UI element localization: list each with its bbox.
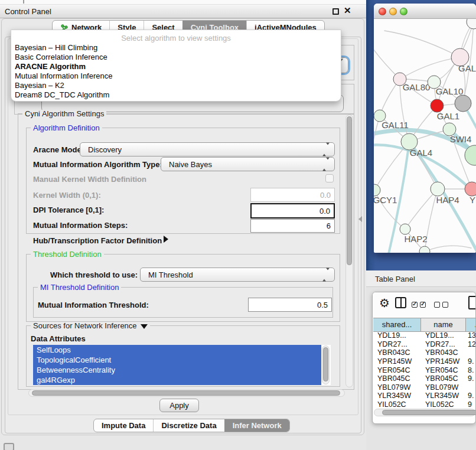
tab-discretize-data[interactable]: Discretize Data [153, 419, 224, 432]
combo-arrows-icon [322, 160, 330, 169]
table-row[interactable]: YER054CYER054C8. [373, 366, 476, 374]
network-node-hap4[interactable] [431, 182, 445, 196]
network-node[interactable] [455, 95, 471, 112]
checked-checkbox-icon[interactable]: ✓ [420, 302, 426, 308]
dropdown-item-bayesian-hill-climbing[interactable]: Bayesian – Hill Climbing [11, 43, 341, 53]
dropdown-item-aracne-algorithm[interactable]: ARACNE Algorithm [11, 62, 341, 71]
table-cell: YBL079W [373, 383, 421, 392]
table-row[interactable]: YLR345WYLR345W9. [373, 392, 476, 400]
dpi-tolerance-label: DPI Tolerance [0,1]: [33, 206, 104, 214]
apply-button[interactable]: Apply [159, 399, 199, 412]
mi-threshold-label: Mutual Information Threshold: [38, 301, 149, 309]
float-panel-icon[interactable] [332, 8, 339, 15]
tab-label: Impute Data [102, 419, 145, 432]
unchecked-checkbox-icon[interactable] [442, 302, 448, 308]
tab-impute-data[interactable]: Impute Data [94, 419, 153, 432]
table-row[interactable]: YBL079WYBL079W [373, 383, 476, 392]
table-cell: 9 [466, 400, 472, 408]
tab-infer-network[interactable]: Infer Network [224, 419, 289, 432]
horizontal-scrollbar[interactable] [28, 389, 345, 397]
attribute-item-selfloops[interactable]: SelfLoops [33, 345, 321, 355]
table-cell: YBR043C [421, 348, 466, 357]
column-header-a[interactable]: A [466, 318, 476, 331]
dropdown-item-basic-correlation-inference[interactable]: Basic Correlation Inference [11, 53, 341, 62]
network-node-y[interactable] [465, 182, 476, 196]
network-node-hap2[interactable] [400, 224, 410, 234]
expand-right-icon[interactable] [164, 236, 168, 243]
network-window-titlebar[interactable] [374, 4, 476, 19]
attributes-scrollbar[interactable] [322, 345, 330, 384]
combo-arrows-icon [322, 270, 330, 279]
table-header-row: shared...nameA [373, 318, 476, 332]
column-header-shared-[interactable]: shared... [373, 318, 421, 331]
hub-definition-label[interactable]: Hub/Transcription Factor Definition [33, 236, 162, 245]
dropdown-item-bayesian-k2[interactable]: Bayesian – K2 [11, 81, 341, 90]
network-edge[interactable] [425, 246, 471, 252]
table-row[interactable]: YPR145WYPR145W9. [373, 357, 476, 366]
network-canvas[interactable]: GALGAL80GAL10GAL1GAL11SWI4GAL4GCY1HAP4YH… [374, 19, 476, 253]
algorithm-definition-label: Algorithm Definition [31, 124, 102, 132]
unchecked-checkbox-icon[interactable] [434, 302, 440, 308]
table-cell: 12 [466, 340, 476, 348]
gear-icon[interactable]: ⚙ [379, 296, 390, 310]
table-row[interactable]: YIL052CYIL052C9 [373, 400, 476, 408]
zoom-traffic-light-icon[interactable] [400, 8, 407, 15]
which-threshold-combo[interactable]: MI Threshold [140, 268, 335, 282]
table-cell: YPR145W [373, 357, 421, 366]
attribute-item-topologicalcoefficient[interactable]: TopologicalCoefficient [33, 355, 321, 365]
mi-threshold-field[interactable]: 0.5 [248, 298, 332, 312]
mini-float-icon[interactable] [4, 443, 14, 450]
dropdown-item-mutual-information-inference[interactable]: Mutual Information Inference [11, 71, 341, 81]
attribute-item-gal4rgexp[interactable]: gal4RGexp [33, 375, 321, 385]
network-node[interactable] [467, 19, 476, 29]
node-label-hap2: HAP2 [404, 234, 427, 244]
panel-collapse-icon[interactable] [358, 216, 362, 222]
mi-threshold-group-label: MI Threshold Definition [38, 283, 121, 291]
network-node-gcy1[interactable] [374, 184, 380, 196]
data-attributes-list: SelfLoopsTopologicalCoefficientBetweenne… [33, 345, 331, 385]
threshold-definition-label: Threshold Definition [31, 250, 104, 258]
table-horizontal-scrollbar[interactable] [374, 409, 475, 416]
attribute-item-betweennesscentrality[interactable]: BetweennessCentrality [33, 365, 321, 375]
sources-group-label[interactable]: Sources for Network Inference [31, 322, 150, 330]
tab-label: Infer Network [233, 419, 282, 432]
column-header-name[interactable]: name [421, 318, 466, 331]
minimize-traffic-light-icon[interactable] [389, 8, 397, 15]
aracne-mode-label: Aracne Mode: [33, 145, 84, 154]
table-cell: YDR27... [373, 340, 421, 348]
network-edge[interactable] [384, 31, 460, 57]
table-row[interactable]: YDR27...YDR27...12 [373, 340, 476, 349]
kernel-width-field[interactable]: 0.0 [250, 188, 335, 202]
network-node-gal1[interactable] [431, 99, 444, 112]
mi-steps-label: Mutual Information Steps: [33, 221, 128, 230]
manual-kernel-checkbox[interactable] [325, 174, 334, 182]
node-label-gal11: GAL11 [382, 120, 409, 130]
dropdown-item-dream8-dc-tdc-algorithm[interactable]: Dream8 DC_TDC Algorithm [11, 90, 341, 100]
bottom-tab-bar: Impute DataDiscretize DataInfer Network [93, 419, 290, 432]
cyni-algorithm-settings-label: Cyni Algorithm Settings [22, 110, 106, 118]
settings-scrollbar[interactable] [345, 115, 353, 387]
table-cell: 8. [466, 366, 474, 374]
close-icon[interactable]: ✕ [344, 5, 351, 16]
table-cell: YER054C [421, 366, 466, 374]
node-label-gal4: GAL4 [410, 148, 432, 158]
dpi-tolerance-field[interactable]: 0.0 [250, 203, 335, 219]
aracne-mode-combo[interactable]: Discovery [80, 142, 335, 156]
table-row[interactable]: YBR045CYBR045C9. [373, 374, 476, 383]
table-row[interactable]: YBR043CYBR043C [373, 348, 476, 357]
export-table-icon[interactable] [468, 296, 476, 309]
table-window[interactable]: ⚙ ✓ ✓ shared...nameA YDL19...YDL19...13Y… [372, 292, 476, 424]
close-traffic-light-icon[interactable] [379, 8, 386, 15]
network-edge[interactable] [374, 116, 380, 164]
table-row[interactable]: YDL19...YDL19...13 [373, 331, 476, 340]
network-view-window[interactable]: GALGAL80GAL10GAL1GAL11SWI4GAL4GCY1HAP4YH… [374, 4, 476, 253]
top-strip [0, 0, 366, 5]
node-label-y: Y [470, 195, 475, 205]
mi-steps-field[interactable]: 6 [250, 219, 335, 233]
dropdown-items: Bayesian – Hill ClimbingBasic Correlatio… [11, 43, 341, 100]
column-layout-icon[interactable] [395, 297, 406, 308]
collapse-down-icon[interactable] [141, 324, 148, 329]
checked-checkbox-icon[interactable]: ✓ [412, 302, 418, 308]
table-body: YDL19...YDL19...13YDR27...YDR27...12YBR0… [373, 331, 476, 408]
mi-type-combo[interactable]: Naive Bayes [161, 157, 335, 171]
